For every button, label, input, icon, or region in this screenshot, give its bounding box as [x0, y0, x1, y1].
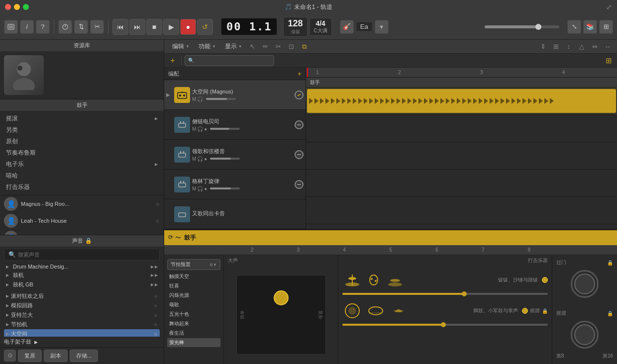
- track-volume-3[interactable]: [210, 158, 240, 160]
- close-button[interactable]: [5, 4, 11, 10]
- region-view-btn[interactable]: ⊞: [603, 55, 614, 66]
- preset-0[interactable]: 触摸天空: [167, 272, 220, 281]
- menu-edit[interactable]: 编辑 ▼: [168, 41, 194, 52]
- library-toggle[interactable]: 📚: [583, 20, 597, 34]
- track-lane-extra[interactable]: [306, 197, 617, 224]
- track-headphone-3[interactable]: 🎧: [197, 156, 203, 162]
- track-mute-4[interactable]: M: [192, 186, 196, 191]
- maximize-button[interactable]: [23, 4, 29, 10]
- track-knob-4[interactable]: [295, 180, 304, 189]
- cymbal-knob[interactable]: [542, 277, 548, 283]
- track-knob-2[interactable]: [295, 120, 304, 129]
- de-wave-icon[interactable]: 〜: [175, 234, 181, 242]
- track-knob-3[interactable]: [295, 150, 304, 159]
- master-volume[interactable]: [485, 25, 559, 28]
- track-mute-1[interactable]: M: [192, 96, 196, 102]
- zoom-fit[interactable]: ⊞: [550, 41, 561, 52]
- track-mute-3[interactable]: M: [192, 156, 196, 162]
- category-original[interactable]: 原创: [0, 136, 164, 147]
- category-rnb[interactable]: 节奏布鲁斯: [0, 147, 164, 159]
- restore-button[interactable]: 复原: [18, 350, 42, 362]
- smart-controls-button[interactable]: ▼: [375, 20, 389, 34]
- track-volume-4[interactable]: [210, 187, 240, 189]
- metronome-button[interactable]: [58, 20, 72, 34]
- preset-selector[interactable]: 节拍预置 ⚙▼: [167, 259, 220, 270]
- sound-search-box[interactable]: 🔍: [4, 249, 160, 261]
- track-header-chords[interactable]: 领歌和弦楼音 M 🎧 ●: [164, 140, 306, 170]
- preset-2[interactable]: 闪烁光源: [167, 291, 220, 300]
- track-lane-chords[interactable]: [306, 142, 617, 170]
- rewind-button[interactable]: ⏮: [112, 19, 128, 35]
- arrange-add-icon[interactable]: +: [298, 70, 302, 78]
- preset-1[interactable]: 狂喜: [167, 281, 220, 290]
- play-button[interactable]: ▶: [163, 19, 179, 35]
- preset-7[interactable]: 萤光棒: [167, 338, 220, 347]
- category-hiphop[interactable]: 嘻哈: [0, 170, 164, 182]
- tool-pointer[interactable]: ↖: [247, 41, 258, 52]
- category-alt[interactable]: 另类: [0, 124, 164, 136]
- zoom-horizontal[interactable]: ⇔: [589, 41, 600, 52]
- category-electronic[interactable]: 电子乐 ▶: [0, 159, 164, 170]
- track-headphone-1[interactable]: 🎧: [197, 96, 203, 102]
- time-display[interactable]: 00 1.1: [221, 18, 277, 35]
- sound-cat-drum-machine-2[interactable]: ▶ 鼓机 ▶ ▶: [4, 271, 160, 280]
- preset-5[interactable]: 舞动起来: [167, 319, 220, 328]
- track-headphone-4[interactable]: 🎧: [197, 186, 203, 191]
- search-bar[interactable]: 🔍: [185, 55, 274, 66]
- record-button[interactable]: ●: [180, 19, 196, 35]
- lcd-button[interactable]: [4, 20, 18, 34]
- category-rock[interactable]: 摇滚 ▶: [0, 113, 164, 124]
- tool-extra[interactable]: ⧉: [299, 41, 310, 52]
- track-lane-melody[interactable]: [306, 170, 617, 197]
- preset-4[interactable]: 五光十色: [167, 310, 220, 319]
- zoom-width[interactable]: ↔: [602, 41, 613, 52]
- sound-item-0[interactable]: ▶派对狂欢之后☆: [4, 291, 160, 301]
- preset-6[interactable]: 夜生活: [167, 329, 220, 338]
- preset-3[interactable]: 颂歌: [167, 300, 220, 309]
- sound-item-1[interactable]: ▶模拟回路☆: [4, 301, 160, 310]
- zoom-vertical[interactable]: ⇕: [537, 41, 548, 52]
- track-header-melody[interactable]: 格林丁旋律 M 🎧 ●: [164, 170, 306, 199]
- kick-slider[interactable]: [342, 324, 548, 326]
- track-header-drummer[interactable]: ▶ 大空间 (Magnus) M 🎧: [164, 80, 306, 110]
- info-button[interactable]: i: [20, 20, 34, 34]
- kick-knob[interactable]: [522, 308, 528, 314]
- track-mute-2[interactable]: M: [192, 126, 196, 132]
- track-volume-1[interactable]: [206, 98, 236, 100]
- tempo-display[interactable]: 128 保留: [283, 17, 307, 37]
- scissors-button[interactable]: ✂: [90, 20, 104, 34]
- help-button[interactable]: ?: [36, 20, 50, 34]
- save-button[interactable]: 存储...: [70, 350, 98, 362]
- track-lane-drummer[interactable]: [306, 88, 617, 115]
- sound-item-2[interactable]: ▶亚特兰大☆: [4, 310, 160, 320]
- track-lane-bass[interactable]: [306, 115, 617, 142]
- category-percussion[interactable]: 打击乐器: [0, 182, 164, 193]
- cycle-button[interactable]: ↺: [197, 19, 213, 35]
- tool-pencil[interactable]: ✏: [260, 41, 271, 52]
- sound-cat-gb[interactable]: ▶ 鼓机 GB ▶ ▶: [4, 280, 160, 289]
- cymbal-slider[interactable]: [342, 293, 548, 295]
- tool-scissors[interactable]: ✂: [273, 41, 284, 52]
- de-pad-area[interactable]: 简单 复杂: [224, 266, 338, 364]
- sound-cat-drum-machine[interactable]: ▶ Drum Machine Desig... ▶ ▶: [4, 263, 160, 271]
- track-headphone-2[interactable]: 🎧: [197, 126, 203, 132]
- swing-knob[interactable]: [571, 321, 599, 349]
- track-header-bass[interactable]: 侧链电贝司 M 🎧 ●: [164, 110, 306, 140]
- track-knob-1[interactable]: [295, 91, 304, 99]
- minimize-button[interactable]: [14, 4, 20, 10]
- tuner-button[interactable]: 🎸: [340, 20, 354, 34]
- fast-forward-button[interactable]: ⏭: [129, 19, 145, 35]
- pad-dot[interactable]: [274, 290, 289, 305]
- zoom-icon[interactable]: ⤢: [606, 3, 612, 11]
- stop-button[interactable]: ■: [146, 19, 162, 35]
- drummer-leah[interactable]: 👤 Leah - Tech House ☆: [0, 212, 164, 229]
- zoom-scroll-up[interactable]: △: [576, 41, 587, 52]
- sound-search-input[interactable]: [18, 252, 155, 258]
- add-track-button[interactable]: +: [167, 55, 178, 66]
- resize-button[interactable]: ⤡: [567, 20, 581, 34]
- de-loop-icon[interactable]: ⟳: [168, 234, 173, 242]
- track-volume-2[interactable]: [210, 128, 240, 130]
- mixer-button[interactable]: ⇅: [74, 20, 88, 34]
- time-signature[interactable]: 4/4 C大调: [309, 18, 332, 36]
- delete-button[interactable]: 副本: [44, 350, 68, 362]
